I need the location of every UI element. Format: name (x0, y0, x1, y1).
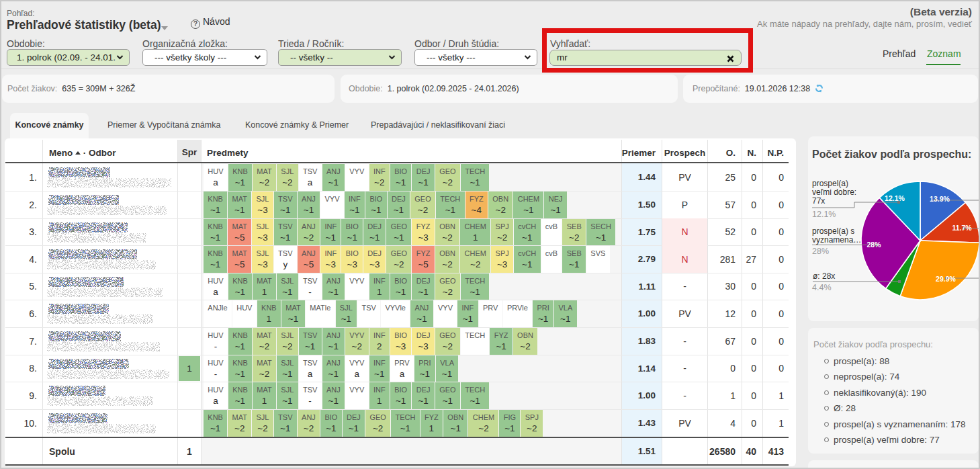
svg-text:12.1%: 12.1% (885, 194, 905, 202)
svg-text:28%: 28% (866, 241, 881, 249)
svg-text:13.9%: 13.9% (930, 195, 950, 203)
svg-text:11.7%: 11.7% (952, 224, 972, 232)
svg-text:29.9%: 29.9% (936, 275, 956, 283)
